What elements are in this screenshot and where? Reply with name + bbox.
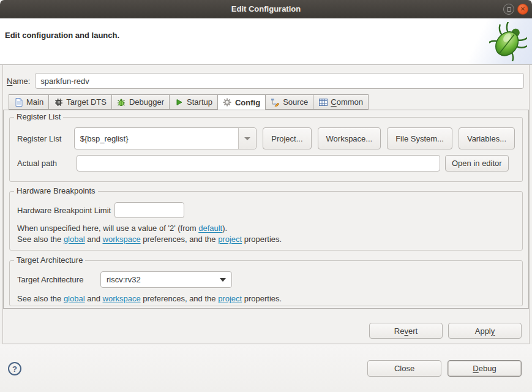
close-icon: ✕ bbox=[520, 6, 525, 12]
project-properties-link[interactable]: project bbox=[218, 294, 242, 303]
table-icon bbox=[318, 97, 328, 107]
close-button[interactable]: Close bbox=[367, 360, 441, 377]
apply-row: Revert Apply bbox=[3, 323, 522, 339]
gear-icon bbox=[223, 98, 232, 107]
project-button[interactable]: Project... bbox=[263, 127, 311, 149]
workspace-preferences-link[interactable]: workspace bbox=[103, 235, 141, 244]
apply-button[interactable]: Apply bbox=[448, 323, 522, 339]
hardware-breakpoint-limit-row: Hardware Breakpoint Limit bbox=[17, 202, 515, 218]
global-preferences-link[interactable]: global bbox=[64, 235, 85, 244]
combo-dropdown-button[interactable] bbox=[238, 128, 256, 149]
tab-source[interactable]: Source bbox=[265, 94, 313, 110]
variables-button[interactable]: Variables... bbox=[459, 127, 515, 149]
debug-bug-icon bbox=[489, 22, 527, 63]
debug-button[interactable]: Debug bbox=[448, 360, 522, 377]
dialog-body: Name: Main Target DTS Debugger bbox=[2, 65, 530, 344]
footer-buttons: Close Debug bbox=[367, 360, 522, 377]
name-row: Name: bbox=[3, 65, 529, 89]
see-also-note: See also the global and workspace prefer… bbox=[17, 234, 515, 245]
register-list-label: Register List bbox=[17, 134, 74, 143]
tab-label: Source bbox=[283, 97, 308, 107]
tab-label: Common bbox=[331, 97, 363, 107]
tab-debugger[interactable]: Debugger bbox=[111, 94, 169, 110]
source-tree-icon bbox=[271, 97, 280, 107]
register-list-value[interactable]: ${bsp_reglist} bbox=[75, 128, 238, 149]
maximize-icon bbox=[507, 7, 511, 12]
global-preferences-link[interactable]: global bbox=[64, 294, 85, 303]
tab-label: Main bbox=[26, 97, 43, 107]
hardware-breakpoints-group: Hardware Breakpoints Hardware Breakpoint… bbox=[9, 191, 523, 251]
group-title: Register List bbox=[14, 112, 63, 121]
name-label: Name: bbox=[7, 77, 30, 86]
hardware-breakpoint-limit-input[interactable] bbox=[114, 202, 184, 218]
tab-label: Target DTS bbox=[66, 97, 107, 107]
see-also-note: See also the global and workspace prefer… bbox=[17, 293, 515, 304]
window-controls: ✕ bbox=[503, 0, 528, 18]
tab-bar: Main Target DTS Debugger Startup bbox=[9, 94, 529, 110]
register-list-combo[interactable]: ${bsp_reglist} bbox=[74, 127, 257, 149]
target-architecture-row: Target Architecture riscv:rv32 bbox=[17, 271, 515, 288]
question-mark-icon: ? bbox=[12, 364, 17, 374]
default-link[interactable]: default bbox=[198, 224, 222, 233]
config-tab-panel: Register List Register List ${bsp_reglis… bbox=[3, 110, 529, 309]
header-message: Edit configuration and launch. bbox=[5, 31, 119, 40]
dialog-header: Edit configuration and launch. bbox=[0, 18, 532, 65]
tab-config[interactable]: Config bbox=[217, 94, 265, 110]
group-title: Hardware Breakpoints bbox=[14, 186, 98, 195]
workspace-button[interactable]: Workspace... bbox=[318, 127, 381, 149]
tab-label: Config bbox=[235, 98, 260, 107]
tab-common[interactable]: Common bbox=[313, 94, 369, 110]
window-title: Edit Configuration bbox=[231, 4, 301, 13]
maximize-button[interactable] bbox=[503, 4, 514, 15]
document-icon bbox=[14, 97, 23, 107]
close-window-button[interactable]: ✕ bbox=[517, 4, 528, 15]
play-icon bbox=[174, 97, 184, 107]
project-properties-link[interactable]: project bbox=[218, 235, 242, 244]
target-architecture-value: riscv:rv32 bbox=[107, 275, 141, 284]
actual-path-row: Actual path Open in editor bbox=[17, 155, 515, 172]
name-input[interactable] bbox=[35, 73, 524, 89]
chevron-down-icon bbox=[220, 278, 226, 282]
workspace-preferences-link[interactable]: workspace bbox=[103, 294, 141, 303]
chevron-down-icon bbox=[244, 137, 250, 140]
titlebar[interactable]: Edit Configuration ✕ bbox=[0, 0, 532, 18]
target-architecture-dropdown[interactable]: riscv:rv32 bbox=[100, 271, 232, 288]
tab-main[interactable]: Main bbox=[9, 94, 48, 110]
target-architecture-label: Target Architecture bbox=[17, 275, 100, 284]
register-list-group: Register List Register List ${bsp_reglis… bbox=[9, 117, 523, 182]
actual-path-label: Actual path bbox=[17, 159, 77, 168]
open-in-editor-button[interactable]: Open in editor bbox=[445, 155, 509, 172]
register-list-row: Register List ${bsp_reglist} Project... … bbox=[17, 127, 515, 149]
help-button[interactable]: ? bbox=[8, 362, 21, 375]
group-title: Target Architecture bbox=[14, 255, 85, 265]
edit-configuration-dialog: Edit Configuration ✕ Edit configuration … bbox=[0, 0, 532, 392]
tab-label: Debugger bbox=[129, 97, 164, 107]
tab-target-dts[interactable]: Target DTS bbox=[48, 94, 111, 110]
target-architecture-group: Target Architecture Target Architecture … bbox=[9, 260, 523, 306]
bug-icon bbox=[117, 97, 126, 107]
actual-path-input[interactable] bbox=[77, 155, 440, 172]
hardware-breakpoint-limit-label: Hardware Breakpoint Limit bbox=[17, 206, 111, 215]
chip-icon bbox=[54, 97, 63, 107]
revert-button[interactable]: Revert bbox=[369, 323, 443, 339]
dialog-footer: ? Close Debug bbox=[0, 344, 532, 392]
tab-label: Startup bbox=[187, 97, 212, 107]
breakpoint-note: When unspecified here, will use a value … bbox=[17, 223, 515, 234]
tab-startup[interactable]: Startup bbox=[169, 94, 217, 110]
file-system-button[interactable]: File System... bbox=[387, 127, 452, 149]
